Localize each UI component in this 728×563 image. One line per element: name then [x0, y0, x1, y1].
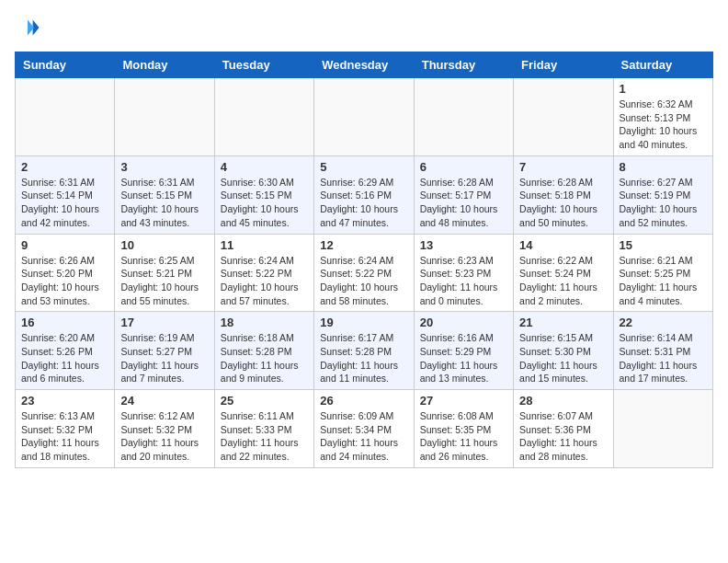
- calendar-cell: [414, 78, 513, 156]
- day-info: Sunrise: 6:15 AM Sunset: 5:30 PM Dayligh…: [519, 331, 607, 385]
- calendar-body: 1Sunrise: 6:32 AM Sunset: 5:13 PM Daylig…: [16, 78, 713, 468]
- calendar-week-row: 16Sunrise: 6:20 AM Sunset: 5:26 PM Dayli…: [16, 312, 713, 390]
- day-number: 21: [519, 316, 607, 329]
- calendar-cell: 12Sunrise: 6:24 AM Sunset: 5:22 PM Dayli…: [314, 234, 414, 312]
- calendar-week-row: 23Sunrise: 6:13 AM Sunset: 5:32 PM Dayli…: [16, 390, 713, 468]
- day-info: Sunrise: 6:28 AM Sunset: 5:17 PM Dayligh…: [420, 176, 507, 230]
- calendar-table: SundayMondayTuesdayWednesdayThursdayFrid…: [15, 52, 713, 468]
- day-info: Sunrise: 6:30 AM Sunset: 5:15 PM Dayligh…: [221, 176, 308, 230]
- day-of-week-header: Thursday: [414, 52, 513, 78]
- day-info: Sunrise: 6:19 AM Sunset: 5:27 PM Dayligh…: [120, 331, 208, 385]
- day-number: 13: [420, 238, 507, 252]
- calendar-cell: 2Sunrise: 6:31 AM Sunset: 5:14 PM Daylig…: [16, 155, 115, 234]
- day-number: 16: [21, 316, 108, 329]
- calendar-cell: 17Sunrise: 6:19 AM Sunset: 5:27 PM Dayli…: [115, 312, 214, 390]
- day-number: 23: [21, 394, 108, 408]
- day-info: Sunrise: 6:31 AM Sunset: 5:15 PM Dayligh…: [120, 176, 208, 230]
- day-of-week-header: Friday: [514, 52, 613, 78]
- day-info: Sunrise: 6:17 AM Sunset: 5:28 PM Dayligh…: [320, 331, 407, 385]
- calendar-week-row: 1Sunrise: 6:32 AM Sunset: 5:13 PM Daylig…: [16, 78, 713, 156]
- day-info: Sunrise: 6:21 AM Sunset: 5:25 PM Dayligh…: [620, 254, 707, 308]
- calendar-cell: 24Sunrise: 6:12 AM Sunset: 5:32 PM Dayli…: [115, 390, 214, 468]
- calendar-week-row: 9Sunrise: 6:26 AM Sunset: 5:20 PM Daylig…: [16, 234, 713, 312]
- calendar-cell: 3Sunrise: 6:31 AM Sunset: 5:15 PM Daylig…: [115, 155, 214, 234]
- calendar-cell: [613, 390, 712, 468]
- day-info: Sunrise: 6:28 AM Sunset: 5:18 PM Dayligh…: [519, 176, 607, 230]
- day-info: Sunrise: 6:12 AM Sunset: 5:32 PM Dayligh…: [120, 409, 208, 464]
- calendar-cell: 11Sunrise: 6:24 AM Sunset: 5:22 PM Dayli…: [214, 234, 313, 312]
- day-number: 10: [120, 238, 208, 252]
- day-of-week-header: Monday: [115, 52, 214, 78]
- day-info: Sunrise: 6:26 AM Sunset: 5:20 PM Dayligh…: [21, 254, 108, 308]
- calendar-cell: 4Sunrise: 6:30 AM Sunset: 5:15 PM Daylig…: [214, 155, 313, 234]
- calendar-cell: 15Sunrise: 6:21 AM Sunset: 5:25 PM Dayli…: [613, 234, 712, 312]
- calendar-cell: [514, 78, 613, 156]
- calendar-cell: 22Sunrise: 6:14 AM Sunset: 5:31 PM Dayli…: [613, 312, 712, 390]
- day-info: Sunrise: 6:09 AM Sunset: 5:34 PM Dayligh…: [320, 409, 407, 464]
- day-number: 14: [519, 238, 607, 252]
- day-number: 27: [420, 394, 507, 408]
- calendar-cell: 5Sunrise: 6:29 AM Sunset: 5:16 PM Daylig…: [314, 155, 414, 234]
- day-of-week-header: Sunday: [16, 52, 115, 78]
- page-header: [15, 15, 713, 40]
- day-info: Sunrise: 6:25 AM Sunset: 5:21 PM Dayligh…: [120, 254, 208, 308]
- calendar-week-row: 2Sunrise: 6:31 AM Sunset: 5:14 PM Daylig…: [16, 155, 713, 234]
- day-info: Sunrise: 6:24 AM Sunset: 5:22 PM Dayligh…: [221, 254, 308, 308]
- calendar-cell: 16Sunrise: 6:20 AM Sunset: 5:26 PM Dayli…: [16, 312, 115, 390]
- day-number: 20: [420, 316, 507, 329]
- logo: [15, 15, 44, 40]
- day-info: Sunrise: 6:22 AM Sunset: 5:24 PM Dayligh…: [519, 254, 607, 308]
- calendar-cell: 13Sunrise: 6:23 AM Sunset: 5:23 PM Dayli…: [414, 234, 513, 312]
- header-row: SundayMondayTuesdayWednesdayThursdayFrid…: [16, 52, 713, 78]
- day-number: 6: [420, 160, 507, 174]
- calendar-cell: 18Sunrise: 6:18 AM Sunset: 5:28 PM Dayli…: [214, 312, 313, 390]
- day-number: 8: [620, 160, 707, 174]
- day-info: Sunrise: 6:16 AM Sunset: 5:29 PM Dayligh…: [420, 331, 507, 385]
- day-number: 11: [221, 238, 308, 252]
- day-info: Sunrise: 6:11 AM Sunset: 5:33 PM Dayligh…: [221, 409, 308, 464]
- day-number: 22: [620, 316, 707, 329]
- calendar-header: SundayMondayTuesdayWednesdayThursdayFrid…: [16, 52, 713, 78]
- calendar-cell: 28Sunrise: 6:07 AM Sunset: 5:36 PM Dayli…: [514, 390, 613, 468]
- day-number: 3: [120, 160, 208, 174]
- day-info: Sunrise: 6:07 AM Sunset: 5:36 PM Dayligh…: [519, 409, 607, 464]
- calendar-cell: 23Sunrise: 6:13 AM Sunset: 5:32 PM Dayli…: [16, 390, 115, 468]
- day-info: Sunrise: 6:32 AM Sunset: 5:13 PM Dayligh…: [620, 98, 707, 152]
- day-number: 12: [320, 238, 407, 252]
- calendar-cell: 21Sunrise: 6:15 AM Sunset: 5:30 PM Dayli…: [514, 312, 613, 390]
- day-info: Sunrise: 6:18 AM Sunset: 5:28 PM Dayligh…: [221, 331, 308, 385]
- calendar-cell: 7Sunrise: 6:28 AM Sunset: 5:18 PM Daylig…: [514, 155, 613, 234]
- day-info: Sunrise: 6:20 AM Sunset: 5:26 PM Dayligh…: [21, 331, 108, 385]
- day-number: 2: [21, 160, 108, 174]
- calendar-cell: [214, 78, 313, 156]
- day-number: 25: [221, 394, 308, 408]
- calendar-cell: 1Sunrise: 6:32 AM Sunset: 5:13 PM Daylig…: [613, 78, 712, 156]
- day-info: Sunrise: 6:24 AM Sunset: 5:22 PM Dayligh…: [320, 254, 407, 308]
- calendar-cell: 6Sunrise: 6:28 AM Sunset: 5:17 PM Daylig…: [414, 155, 513, 234]
- day-number: 4: [221, 160, 308, 174]
- day-info: Sunrise: 6:23 AM Sunset: 5:23 PM Dayligh…: [420, 254, 507, 308]
- day-info: Sunrise: 6:29 AM Sunset: 5:16 PM Dayligh…: [320, 176, 407, 230]
- day-number: 19: [320, 316, 407, 329]
- calendar-cell: [16, 78, 115, 156]
- calendar-cell: 10Sunrise: 6:25 AM Sunset: 5:21 PM Dayli…: [115, 234, 214, 312]
- calendar-cell: 19Sunrise: 6:17 AM Sunset: 5:28 PM Dayli…: [314, 312, 414, 390]
- day-number: 18: [221, 316, 308, 329]
- day-info: Sunrise: 6:13 AM Sunset: 5:32 PM Dayligh…: [21, 409, 108, 464]
- calendar-cell: 9Sunrise: 6:26 AM Sunset: 5:20 PM Daylig…: [16, 234, 115, 312]
- calendar-cell: 25Sunrise: 6:11 AM Sunset: 5:33 PM Dayli…: [214, 390, 313, 468]
- calendar-cell: 27Sunrise: 6:08 AM Sunset: 5:35 PM Dayli…: [414, 390, 513, 468]
- day-number: 7: [519, 160, 607, 174]
- day-of-week-header: Saturday: [613, 52, 712, 78]
- day-number: 24: [120, 394, 208, 408]
- calendar-cell: 14Sunrise: 6:22 AM Sunset: 5:24 PM Dayli…: [514, 234, 613, 312]
- day-info: Sunrise: 6:31 AM Sunset: 5:14 PM Dayligh…: [21, 176, 108, 230]
- day-number: 28: [519, 394, 607, 408]
- calendar-cell: [314, 78, 414, 156]
- day-number: 1: [620, 82, 707, 96]
- day-info: Sunrise: 6:08 AM Sunset: 5:35 PM Dayligh…: [420, 409, 507, 464]
- day-number: 9: [21, 238, 108, 252]
- day-of-week-header: Tuesday: [214, 52, 313, 78]
- logo-icon: [15, 15, 40, 40]
- day-number: 15: [620, 238, 707, 252]
